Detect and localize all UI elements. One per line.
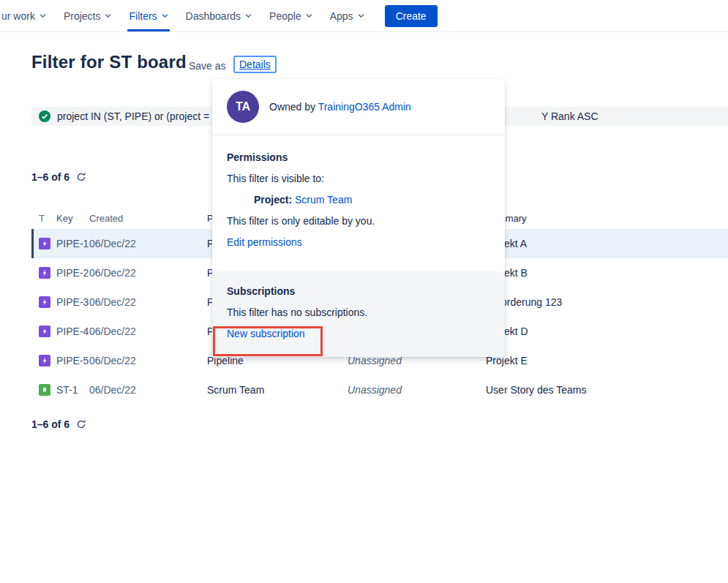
- nav-item-label: Filters: [129, 10, 157, 22]
- issue-created: 06/Dec/22: [89, 267, 207, 279]
- chevron-down-icon: [358, 12, 364, 19]
- visible-to-text: This filter is visible to:: [227, 173, 490, 184]
- pagination-count: 1–6 of 6: [31, 171, 70, 183]
- issue-assignee: Unassigned: [348, 384, 486, 396]
- issue-project: Scrum Team: [207, 384, 348, 396]
- query-text-left: project IN (ST, PIPE) or (project = P: [57, 110, 219, 122]
- chevron-down-icon: [245, 12, 252, 19]
- nav-item-dashboards[interactable]: Dashboards: [177, 0, 261, 31]
- visibility-type-label: Project:: [254, 194, 292, 206]
- nav-item-label: Projects: [64, 10, 101, 22]
- visibility-line: Project: Scrum Team: [227, 194, 490, 206]
- visibility-project-link[interactable]: Scrum Team: [292, 194, 352, 206]
- permissions-section: Permissions This filter is visible to: P…: [212, 135, 505, 271]
- issue-summary: Projekt B: [486, 267, 728, 279]
- issue-type-pipeline-icon: [39, 326, 50, 337]
- issue-type-story-icon: [39, 384, 50, 396]
- page-title: Filter for ST board: [31, 52, 187, 72]
- chevron-down-icon: [162, 12, 168, 19]
- create-button[interactable]: Create: [385, 5, 438, 27]
- save-as-button[interactable]: Save as: [183, 57, 232, 75]
- refresh-icon[interactable]: [76, 172, 86, 182]
- chevron-down-icon: [306, 12, 312, 19]
- editable-text: This filter is only editable by you.: [227, 215, 490, 227]
- query-text-right: Y Rank ASC: [541, 110, 598, 122]
- column-header-created: Created: [89, 213, 207, 224]
- issue-created: 06/Dec/22: [89, 238, 207, 249]
- issue-key: PIPE-3: [56, 296, 89, 308]
- subscriptions-section: Subscriptions This filter has no subscri…: [212, 271, 505, 357]
- issue-type-pipeline-icon: [39, 355, 50, 366]
- nav-item-your-work[interactable]: ur work: [0, 0, 55, 31]
- subscriptions-text: This filter has no subscriptions.: [227, 306, 490, 318]
- nav-item-label: People: [269, 10, 301, 22]
- issue-key: PIPE-1: [56, 238, 89, 249]
- nav-item-label: Apps: [330, 10, 353, 22]
- owner-avatar: TA: [227, 91, 259, 123]
- top-navigation: ur work Projects Filters Dashboards Peop…: [0, 0, 728, 32]
- issue-created: 06/Dec/22: [89, 326, 207, 337]
- column-header-summary: Summary: [486, 213, 728, 224]
- issue-created: 06/Dec/22: [89, 296, 207, 308]
- owner-name-link[interactable]: TrainingO365 Admin: [318, 101, 411, 113]
- pagination-count: 1–6 of 6: [31, 418, 70, 430]
- issue-key: PIPE-5: [56, 355, 89, 366]
- owned-by-text: Owned by TrainingO365 Admin: [269, 101, 411, 113]
- filter-details-popup: TA Owned by TrainingO365 Admin Permissio…: [212, 79, 505, 357]
- owner-section: TA Owned by TrainingO365 Admin: [212, 79, 505, 135]
- nav-item-apps[interactable]: Apps: [321, 0, 373, 31]
- column-header-type: T: [39, 213, 56, 224]
- pagination-bottom: 1–6 of 6: [31, 418, 86, 430]
- issue-summary: Projekt E: [486, 355, 728, 366]
- column-header-key: Key: [56, 213, 89, 224]
- issue-summary: Projekt D: [486, 326, 728, 337]
- nav-item-label: ur work: [1, 10, 35, 22]
- issue-key: PIPE-2: [56, 267, 89, 279]
- table-row[interactable]: ST-1 06/Dec/22 Scrum Team Unassigned Use…: [31, 375, 728, 405]
- details-link[interactable]: Details: [233, 56, 277, 73]
- issue-created: 06/Dec/22: [89, 355, 207, 366]
- issue-summary: Projekt A: [486, 238, 728, 249]
- edit-permissions-link[interactable]: Edit permissions: [227, 236, 302, 248]
- issue-key: PIPE-4: [56, 326, 89, 337]
- issue-key: ST-1: [56, 384, 89, 396]
- issue-type-pipeline-icon: [39, 296, 50, 308]
- new-subscription-link[interactable]: New subscription: [227, 328, 305, 339]
- issue-summary: User Story des Teams: [486, 384, 728, 396]
- issue-type-pipeline-icon: [39, 238, 50, 249]
- valid-query-check-icon: [39, 110, 50, 122]
- issue-created: 06/Dec/22: [89, 384, 207, 396]
- pagination-top: 1–6 of 6: [31, 171, 86, 183]
- refresh-icon[interactable]: [76, 419, 86, 429]
- nav-item-label: Dashboards: [186, 10, 241, 22]
- issue-summary: Anforderung 123: [486, 296, 728, 308]
- nav-item-filters[interactable]: Filters: [120, 0, 176, 31]
- chevron-down-icon: [105, 12, 111, 19]
- subscriptions-heading: Subscriptions: [227, 285, 490, 297]
- permissions-heading: Permissions: [227, 151, 490, 163]
- nav-item-projects[interactable]: Projects: [55, 0, 121, 31]
- chevron-down-icon: [40, 12, 46, 19]
- nav-item-people[interactable]: People: [260, 0, 321, 31]
- issue-type-pipeline-icon: [39, 267, 50, 279]
